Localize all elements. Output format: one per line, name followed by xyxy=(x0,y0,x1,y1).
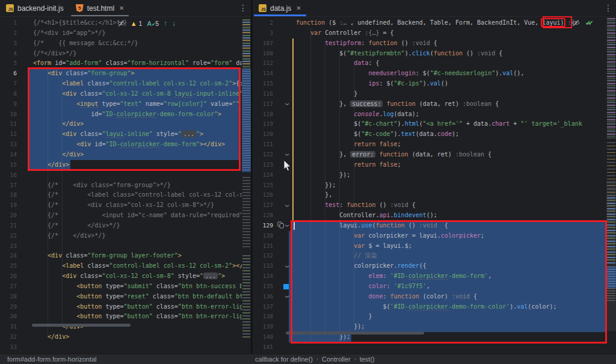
no-problems-check-icon[interactable]: ✔✔ xyxy=(585,19,590,27)
breadcrumb-left[interactable]: form#add-form.form-horizontal xyxy=(0,356,253,363)
code-line: 23 xyxy=(0,241,251,251)
breadcrumb-item[interactable]: test() xyxy=(360,356,375,363)
code-line: 118 console.log(data); xyxy=(253,110,616,120)
code-line: 115 ips: $("#c-ips").val() xyxy=(253,79,616,89)
code-line: 127❯ test: function () :void { xyxy=(253,200,616,211)
code-line: 128 Controller.api.bindevent(); xyxy=(253,211,616,221)
warning-count[interactable]: ▲ 1 xyxy=(131,20,143,27)
tab-backend-init-js[interactable]: JS backend-init.js xyxy=(0,0,70,16)
mouse-cursor xyxy=(283,160,292,172)
line-number: 134 xyxy=(253,271,273,282)
clipboard-icon[interactable] xyxy=(277,220,285,231)
code-line: 22 {/* </div>*/} xyxy=(0,231,251,241)
typo-icon: A✔ xyxy=(147,20,155,27)
breadcrumb-item[interactable]: callback for define() xyxy=(255,356,313,363)
right-inspection-widget: ✔✔ xyxy=(571,19,593,27)
breadcrumb-separator-icon: › xyxy=(354,356,356,362)
hide-highlights-eye-icon[interactable] xyxy=(117,19,126,28)
code-line: 107 testipform: function () :void { xyxy=(253,39,616,49)
line-number: 21 xyxy=(0,221,17,231)
code-line: 33 xyxy=(0,342,251,353)
code-line: 114 needuserlogin: $("#c-needuserlogin")… xyxy=(253,69,616,79)
code-line: 126 }, xyxy=(253,190,616,200)
fold-chevron-icon[interactable]: ❯ xyxy=(284,153,290,156)
typo-count[interactable]: A✔5 xyxy=(147,20,159,27)
breadcrumb-item[interactable]: Controller xyxy=(322,356,351,363)
close-tab-icon[interactable]: ✕ xyxy=(296,5,301,11)
line-number: 140 xyxy=(253,332,273,342)
tab-label: test.html xyxy=(87,4,114,13)
line-number: 19 xyxy=(0,200,17,211)
fold-chevron-icon[interactable]: ❯ xyxy=(284,103,290,106)
minimap-code xyxy=(242,69,250,172)
code-line: 108 $("#testipformbtn").click(function (… xyxy=(253,49,616,59)
line-number: 3 xyxy=(253,28,273,39)
inspection-widget: ▲ 1 A✔5 ↑ ↓ xyxy=(117,19,176,28)
color-swatch[interactable] xyxy=(283,284,289,289)
fold-chevron-icon[interactable]: ❯ xyxy=(284,204,290,207)
code-line: 20 {/* <input id="c-name" data-rule="req… xyxy=(0,211,251,221)
code-line: 116 } xyxy=(253,89,616,99)
code-line: 25 <label class="control-label col-xs-12… xyxy=(0,261,251,271)
code-line: 2{/*<div id="app">*/} xyxy=(0,28,251,39)
code-line: 30 <button type="button" class="btn btn-… xyxy=(0,312,251,322)
line-number: 16 xyxy=(0,170,17,180)
tab-test-html[interactable]: 5 test.html ✕ xyxy=(70,0,131,16)
line-number: 24 xyxy=(0,251,17,261)
navigation-bar: form#add-form.form-horizontal callback f… xyxy=(0,354,616,364)
right-minimap[interactable] xyxy=(606,17,616,354)
line-number: 28 xyxy=(0,292,17,302)
code-line: 21 {/* </div>*/} xyxy=(0,221,251,231)
line-number: 129 xyxy=(253,221,273,231)
fold-chevron-icon[interactable]: ❯ xyxy=(284,265,290,268)
line-number: 120 xyxy=(253,129,273,140)
tab-options-kebab-icon[interactable]: ⋮ xyxy=(239,3,247,13)
line-number: 108 xyxy=(253,49,273,59)
fold-chevron-icon[interactable]: ❯ xyxy=(284,295,290,298)
tab-data-js[interactable]: JS data.js ✕ xyxy=(253,0,307,16)
right-tab-bar: JS data.js ✕ ⋮ xyxy=(253,0,616,17)
next-problem-arrow-icon[interactable]: ↓ xyxy=(172,19,176,28)
annotation-rect-left-block xyxy=(28,67,241,171)
close-tab-icon[interactable]: ✕ xyxy=(119,5,124,11)
hide-highlights-eye-icon[interactable] xyxy=(571,19,581,27)
html-file-icon: 5 xyxy=(76,4,84,12)
breadcrumb-separator-icon: › xyxy=(316,356,318,362)
line-number: 26 xyxy=(0,271,17,282)
line-number: 135 xyxy=(253,282,273,292)
line-number: 130 xyxy=(253,231,273,241)
line-number: 1 xyxy=(0,18,17,28)
line-number: 18 xyxy=(0,190,17,200)
code-line: 119 $("#c-chart").html("<a href='" + dat… xyxy=(253,119,616,129)
code-line: 112 data: { xyxy=(253,58,616,69)
line-number: 7 xyxy=(0,79,17,89)
line-number: 23 xyxy=(0,241,17,251)
line-number: 11 xyxy=(0,119,17,129)
tab-label: backend-init.js xyxy=(17,4,64,13)
line-number: 121 xyxy=(253,140,273,150)
minimap-code xyxy=(607,267,615,303)
line-number: 5 xyxy=(0,58,17,69)
tab-options-kebab-icon[interactable]: ⋮ xyxy=(604,3,612,13)
active-tab-underline xyxy=(254,14,306,16)
line-number: 8 xyxy=(0,89,17,99)
code-line: 29 <button type="button" class="btn btn-… xyxy=(0,302,251,312)
line-number: 118 xyxy=(253,110,273,120)
fold-chevron-icon[interactable]: ❯ xyxy=(284,224,290,227)
code-line: 16 xyxy=(0,170,251,180)
line-number: 133 xyxy=(253,261,273,271)
left-minimap[interactable] xyxy=(242,17,251,354)
prev-problem-arrow-icon[interactable]: ↑ xyxy=(164,19,167,28)
annotation-rect-right-block xyxy=(291,220,607,344)
code-line: 141 xyxy=(253,342,616,353)
left-tab-bar: JS backend-init.js 5 test.html ✕ ⋮ xyxy=(0,0,251,17)
code-line: 27 <button type="submit" class="btn btn-… xyxy=(0,282,251,292)
line-number: 20 xyxy=(0,211,17,221)
ide-window: JS backend-init.js 5 test.html ✕ ⋮ 1{/*<… xyxy=(0,0,616,364)
line-number: 33 xyxy=(0,342,17,353)
minimap-code xyxy=(242,255,250,339)
line-number: 22 xyxy=(0,231,17,241)
line-number: 123 xyxy=(253,160,273,170)
horizontal-scrollbar[interactable] xyxy=(32,324,131,327)
minimap-code xyxy=(607,18,615,138)
